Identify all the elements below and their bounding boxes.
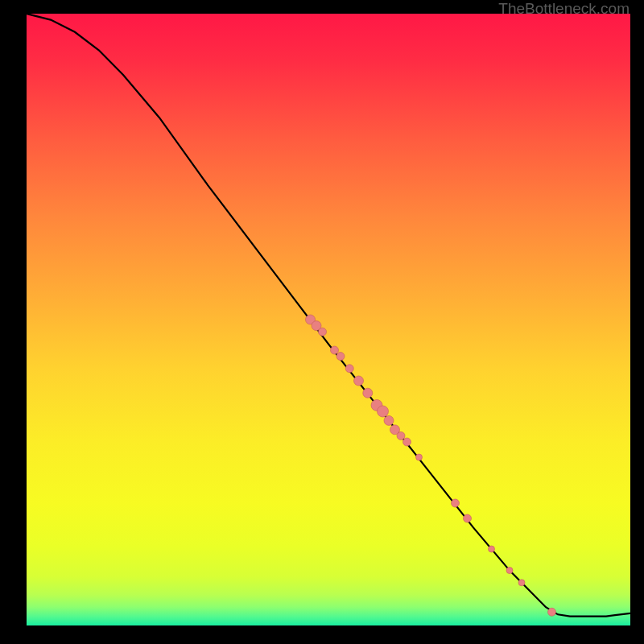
data-point: [464, 514, 472, 522]
data-point: [331, 346, 339, 354]
curve: [27, 14, 630, 617]
data-point: [518, 580, 525, 586]
data-point: [403, 438, 411, 446]
data-point: [319, 328, 327, 336]
data-point: [378, 406, 389, 417]
chart-stage: TheBottleneck.com: [0, 0, 644, 644]
data-point: [548, 608, 556, 616]
data-point: [489, 546, 495, 552]
data-point: [416, 454, 423, 460]
data-point: [397, 431, 405, 440]
data-point: [452, 499, 460, 507]
curve-path: [27, 14, 630, 617]
data-point: [506, 568, 513, 574]
data-points: [306, 315, 556, 616]
data-point: [345, 365, 353, 373]
data-point: [384, 415, 394, 425]
chart-overlay: [27, 14, 630, 625]
watermark: TheBottleneck.com: [498, 0, 630, 18]
data-point: [363, 388, 373, 398]
data-point: [354, 376, 364, 386]
data-point: [336, 353, 345, 361]
